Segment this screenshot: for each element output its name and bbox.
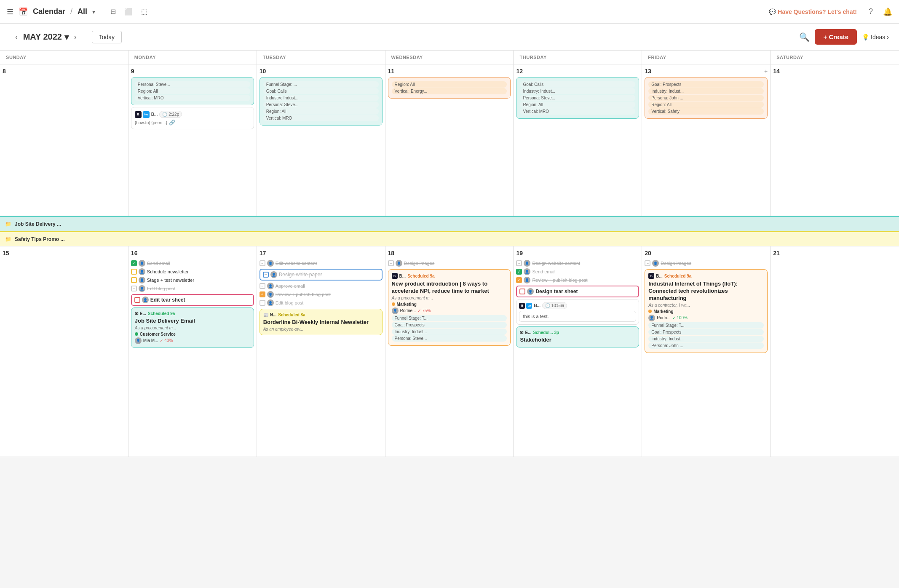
search-icon[interactable]: 🔍 — [799, 32, 810, 42]
event-label: Approve email — [276, 283, 305, 289]
social-post-mon9[interactable]: B tw B... 🕐 2:22p {how-to} {perm...} 🔗 — [131, 107, 254, 129]
share-icon[interactable]: ⬚ — [141, 8, 147, 16]
brandwatch-icon: B — [135, 111, 142, 118]
scheduled-iiot[interactable]: B B... Scheduled 9a Industrial Internet … — [645, 269, 768, 353]
event-stage-test[interactable]: 👤 Stage + test newsletter — [131, 276, 254, 284]
event-label: Design tear sheet — [535, 289, 578, 294]
day-number-20: 20 — [645, 250, 768, 257]
event-label: Design images — [661, 261, 691, 266]
nav-view-all[interactable]: All — [78, 7, 87, 16]
scheduled-borderline[interactable]: 📰 N... Scheduled 8a Borderline Bi-Weekly… — [260, 309, 383, 335]
scheduled-sub: As a procurement m... — [392, 296, 507, 300]
chip-vertical: Vertical: MRO — [263, 115, 379, 121]
scheduled-header: B B... Scheduled 9a — [648, 273, 764, 279]
event-card-wed11[interactable]: Region: All Vertical: Energy... — [388, 77, 511, 99]
day-number-10: 10 — [260, 68, 383, 75]
day-number-13: 13 + — [645, 68, 768, 75]
nav-title: Calendar — [33, 7, 65, 16]
scheduled-sub: As a contractor, I wa... — [648, 303, 764, 307]
day-number-21: 21 — [773, 250, 896, 257]
checkbox-minus: − — [516, 260, 522, 266]
chip-persona: Persona: Steve... — [520, 95, 635, 101]
nav-chevron-icon[interactable]: ▾ — [92, 8, 95, 15]
tag-label: Customer Service — [140, 332, 176, 337]
scheduled-title: New product introduction | 8 ways to acc… — [392, 281, 507, 295]
event-design-images2[interactable]: − 👤 Design images — [645, 259, 768, 267]
event-design-website[interactable]: − 👤 Design website content — [516, 259, 639, 267]
event-send-email[interactable]: ✓ 👤 Send email — [131, 259, 254, 267]
checkbox-orange-checked: ✓ — [260, 291, 265, 297]
chat-link[interactable]: 💬 Have Questions? Let's chat! — [769, 8, 857, 15]
event-edit-website[interactable]: − 👤 Edit website content — [260, 259, 383, 267]
scheduled-new-product[interactable]: B B... Scheduled 9a New product introduc… — [388, 269, 511, 346]
event-label: Edit website content — [276, 261, 317, 266]
header-saturday: SATURDAY — [771, 51, 899, 64]
banner-safety-tips[interactable]: 📁 Safety Tips Promo ... — [0, 231, 899, 246]
checkbox-red-empty — [519, 289, 525, 294]
event-approve-email[interactable]: − 👤 Approve email — [260, 282, 383, 290]
folder-icon: 📁 — [5, 221, 11, 227]
event-design-images[interactable]: − 👤 Design images — [388, 259, 511, 267]
social-caption: {how-to} {perm...} 🔗 — [135, 120, 250, 126]
avatar: 👤 — [135, 337, 142, 344]
add-event-icon[interactable]: + — [764, 68, 768, 75]
bell-icon[interactable]: 🔔 — [883, 7, 892, 16]
dot-icon — [135, 332, 138, 336]
event-label: Design images — [404, 261, 435, 266]
checkbox-done: ✓ — [516, 269, 522, 275]
event-edit-tear-sheet[interactable]: 👤 Edit tear sheet — [131, 294, 254, 306]
header-friday: FRIDAY — [642, 51, 771, 64]
help-icon[interactable]: ? — [869, 7, 873, 16]
filter-icon[interactable]: ⊟ — [110, 8, 116, 16]
social-label: B... — [151, 112, 158, 117]
tag-label: Marketing — [397, 302, 417, 307]
event-schedule-newsletter[interactable]: 👤 Schedule newsletter — [131, 267, 254, 276]
dot-icon — [648, 310, 652, 313]
chip-funnel: Funnel Stage: ... — [263, 81, 379, 88]
twitter-icon: tw — [526, 303, 532, 309]
month-label[interactable]: MAY 2022 ▾ — [23, 32, 69, 42]
monitor-icon[interactable]: ⬜ — [124, 8, 133, 16]
scheduled-sub: As a procurement m... — [135, 326, 250, 330]
prev-month-button[interactable]: ‹ — [10, 30, 23, 43]
chip-vertical: Vertical: MRO — [520, 108, 635, 115]
banner-job-site[interactable]: 📁 Job Site Delivery ... — [0, 216, 899, 231]
ideas-button[interactable]: 💡 Ideas › — [862, 34, 889, 40]
event-card-fri13[interactable]: Goal: Prospects Industry: Indust... Pers… — [645, 77, 768, 119]
checkbox-minus: − — [260, 300, 265, 306]
event-label: Stage + test newsletter — [147, 278, 194, 283]
event-design-white-paper[interactable]: − 👤 Design white paper — [260, 269, 383, 281]
top-nav: ☰ 📅 Calendar / All ▾ ⊟ ⬜ ⬚ 💬 Have Questi… — [0, 0, 899, 24]
event-label: Send email — [532, 269, 555, 274]
event-card-mon9[interactable]: Persona: Steve... Region: All Vertical: … — [131, 77, 254, 105]
event-card-thu12[interactable]: Goal: Calls Industry: Indust... Persona:… — [516, 77, 639, 119]
chip-goal: Goal: Prospects — [648, 81, 764, 88]
filter-funnel: Funnel Stage: T... — [648, 322, 764, 329]
hamburger-icon[interactable]: ☰ — [7, 7, 13, 16]
create-button[interactable]: + Create — [815, 29, 857, 45]
filter-persona: Persona: Steve... — [392, 335, 507, 342]
event-edit-blog2[interactable]: − 👤 Edit blog post — [260, 299, 383, 307]
event-card-tue10[interactable]: Funnel Stage: ... Goal: Calls Industry: … — [260, 77, 383, 126]
event-review-publish2[interactable]: ✓ 👤 Review + publish blog post — [516, 276, 639, 284]
day-21: 21 — [771, 246, 899, 457]
chip-industry: Industry: Indust... — [520, 88, 635, 94]
social-post-thu19[interactable]: B tw B... 🕐 10:56a this is a test. — [516, 299, 639, 325]
event-design-tear-sheet[interactable]: 👤 Design tear sheet — [516, 286, 639, 297]
next-month-button[interactable]: › — [69, 30, 82, 43]
checkbox-blue-dash: − — [263, 272, 269, 278]
scheduled-stakeholder[interactable]: ✉ E... Schedul... 3p Stakeholder — [516, 326, 639, 347]
week-1: 8 9 Persona: Steve... Region: All Vertic… — [0, 64, 899, 216]
checkbox-yellow — [131, 277, 137, 283]
day-number-15: 15 — [3, 250, 126, 257]
today-button[interactable]: Today — [92, 31, 122, 43]
event-send-email2[interactable]: ✓ 👤 Send email — [516, 267, 639, 276]
event-review-publish[interactable]: ✓ 👤 Review + publish blog post — [260, 290, 383, 299]
twitter-icon: tw — [143, 111, 150, 118]
scheduled-job-site[interactable]: ✉ E... Scheduled 9a Job Site Delivery Em… — [131, 307, 254, 348]
checkbox-done: ✓ — [131, 260, 137, 266]
filter-goal: Goal: Prospects — [392, 322, 507, 328]
cal-toolbar: ‹ MAY 2022 ▾ › Today 🔍 + Create 💡 Ideas … — [0, 24, 899, 51]
event-edit-blog[interactable]: − 👤 Edit blog post — [131, 284, 254, 293]
header-tuesday: TUESDAY — [257, 51, 385, 64]
